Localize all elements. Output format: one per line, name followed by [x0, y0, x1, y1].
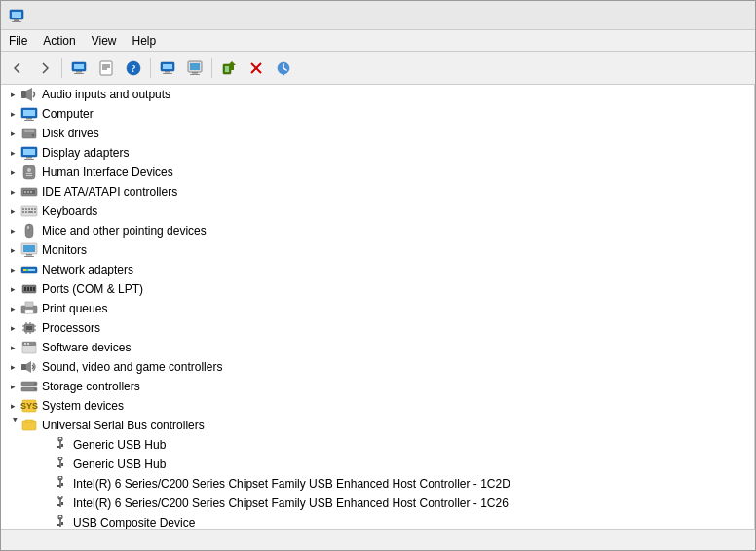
tree-item-software[interactable]: ▸Software devices — [1, 338, 754, 357]
device-label-software: Software devices — [42, 341, 131, 354]
svg-point-92 — [24, 343, 26, 345]
svg-rect-34 — [24, 120, 34, 121]
toolbar: ? — [1, 52, 755, 85]
tree-item-keyboard[interactable]: ▸Keyboards — [1, 202, 754, 221]
menu-file[interactable]: File — [1, 30, 35, 52]
tree-item-monitors[interactable]: ▸Monitors — [1, 240, 754, 260]
device-label-usb: Universal Serial Bus controllers — [42, 419, 205, 432]
tree-item-hid[interactable]: ▸Human Interface Devices — [1, 163, 754, 182]
help-button[interactable]: ? — [121, 55, 146, 81]
svg-rect-44 — [26, 173, 32, 174]
svg-point-98 — [34, 383, 36, 385]
svg-rect-36 — [24, 130, 34, 132]
expand-arrow — [36, 496, 52, 511]
svg-rect-16 — [165, 71, 170, 73]
svg-rect-23 — [225, 66, 229, 72]
properties-button[interactable] — [94, 55, 119, 81]
svg-rect-32 — [23, 110, 35, 116]
svg-rect-78 — [25, 302, 33, 307]
expand-arrow — [36, 515, 52, 529]
monitor-button[interactable] — [182, 55, 208, 81]
tree-item-computer[interactable]: ▸Computer — [1, 104, 754, 124]
device-label-disk: Disk drives — [42, 127, 99, 140]
scan-button[interactable] — [271, 55, 296, 81]
svg-rect-60 — [34, 211, 36, 213]
tree-item-storage[interactable]: ▸Storage controllers — [1, 377, 754, 396]
expand-arrow: ▸ — [5, 340, 20, 355]
tree-item-print[interactable]: ▸Print queues — [1, 299, 754, 318]
uninstall-button[interactable] — [244, 55, 269, 81]
back-button[interactable] — [5, 55, 30, 81]
toolbar-separator-3 — [211, 58, 212, 78]
tree-item-network[interactable]: ▸Network adapters — [1, 260, 754, 279]
tree-item-audio[interactable]: ▸Audio inputs and outputs — [1, 85, 754, 104]
svg-rect-54 — [28, 208, 30, 210]
device-icon-processors — [20, 320, 38, 336]
svg-marker-95 — [26, 361, 31, 373]
menu-help[interactable]: Help — [125, 30, 165, 52]
device-label-audio: Audio inputs and outputs — [42, 88, 170, 101]
svg-rect-111 — [57, 485, 60, 487]
tree-item-processors[interactable]: ▸Processors — [1, 318, 754, 338]
svg-point-43 — [27, 168, 31, 172]
device-icon-usb-intel1 — [52, 476, 69, 492]
expand-arrow: ▸ — [5, 145, 20, 161]
app-icon — [9, 8, 24, 23]
expand-arrow: ▸ — [5, 379, 20, 394]
device-label-usb-hub1: Generic USB Hub — [73, 438, 166, 452]
tree-item-usb-composite[interactable]: USB Composite Device — [1, 513, 754, 529]
window-controls — [656, 6, 747, 25]
svg-text:SYS: SYS — [20, 401, 38, 411]
tree-item-usb-intel1[interactable]: Intel(R) 6 Series/C200 Series Chipset Fa… — [1, 474, 754, 494]
tree-item-usb-intel2[interactable]: Intel(R) 6 Series/C200 Series Chipset Fa… — [1, 494, 754, 513]
svg-rect-20 — [192, 72, 198, 74]
maximize-button[interactable] — [687, 6, 716, 25]
svg-text:?: ? — [132, 63, 136, 74]
svg-rect-58 — [25, 211, 27, 213]
device-icon-print — [20, 301, 38, 316]
menu-view[interactable]: View — [84, 30, 125, 52]
toolbar-separator-2 — [150, 58, 151, 78]
svg-rect-118 — [61, 522, 63, 525]
svg-rect-81 — [26, 326, 32, 330]
update-driver-button[interactable] — [216, 55, 242, 81]
toolbar-separator-1 — [61, 58, 62, 78]
menu-action[interactable]: Action — [35, 30, 83, 52]
svg-rect-59 — [28, 211, 33, 213]
tree-item-usb[interactable]: ▸Universal Serial Bus controllers — [1, 416, 754, 435]
svg-rect-105 — [57, 446, 60, 448]
forward-button[interactable] — [32, 55, 57, 81]
tree-item-sound[interactable]: ▸Sound, video and game controllers — [1, 357, 754, 377]
tree-item-mice[interactable]: ▸Mice and other pointing devices — [1, 221, 754, 240]
device-label-monitors: Monitors — [42, 243, 87, 257]
svg-rect-106 — [61, 444, 63, 447]
svg-marker-28 — [282, 73, 285, 76]
minimize-button[interactable] — [656, 6, 685, 25]
tree-item-ide[interactable]: ▸IDE ATA/ATAPI controllers — [1, 182, 754, 202]
device-tree[interactable]: ▸Audio inputs and outputs▸Computer▸Disk … — [1, 85, 755, 529]
device-icon-software — [20, 340, 38, 355]
device-icon-ports — [20, 281, 38, 297]
device-label-mice: Mice and other pointing devices — [42, 224, 207, 238]
computer-mgmt-button[interactable] — [66, 55, 92, 81]
tree-item-display[interactable]: ▸Display adapters — [1, 143, 754, 163]
expand-arrow: ▸ — [5, 359, 20, 375]
svg-rect-45 — [26, 175, 32, 176]
svg-rect-63 — [27, 226, 29, 229]
device-label-system: System devices — [42, 399, 124, 413]
device-icon-usb-hub1 — [52, 437, 69, 453]
tree-item-system[interactable]: ▸SYSSystem devices — [1, 396, 754, 416]
svg-rect-117 — [57, 524, 60, 526]
device-label-computer: Computer — [42, 107, 94, 121]
device-label-network: Network adapters — [42, 263, 133, 276]
svg-rect-35 — [22, 129, 36, 138]
close-button[interactable] — [718, 6, 747, 25]
svg-rect-74 — [27, 287, 29, 291]
tree-item-ports[interactable]: ▸Ports (COM & LPT) — [1, 279, 754, 299]
tree-item-disk[interactable]: ▸Disk drives — [1, 124, 754, 143]
expand-arrow: ▸ — [5, 106, 20, 122]
svg-rect-5 — [74, 64, 84, 69]
device-mgr-button[interactable] — [155, 55, 180, 81]
tree-item-usb-hub1[interactable]: Generic USB Hub — [1, 435, 754, 455]
tree-item-usb-hub2[interactable]: Generic USB Hub — [1, 455, 754, 474]
